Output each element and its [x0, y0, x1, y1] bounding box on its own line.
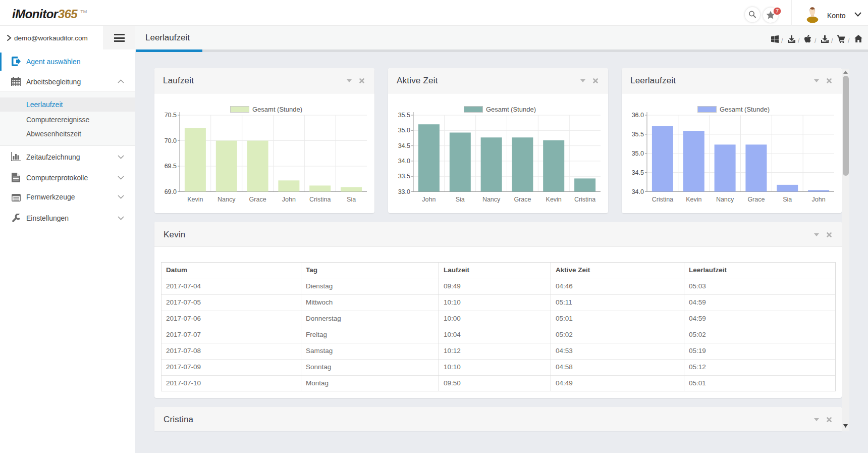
- svg-text:Nancy: Nancy: [482, 196, 501, 203]
- svg-text:Grace: Grace: [514, 196, 531, 203]
- svg-text:John: John: [812, 196, 826, 203]
- svg-text:Cristina: Cristina: [574, 196, 595, 203]
- svg-text:Kevin: Kevin: [187, 196, 203, 203]
- svg-text:Cristina: Cristina: [652, 196, 673, 203]
- svg-text:Nancy: Nancy: [716, 196, 734, 203]
- svg-text:70.5: 70.5: [165, 112, 177, 119]
- svg-text:Gesamt (Stunde): Gesamt (Stunde): [486, 106, 536, 113]
- svg-text:35.5: 35.5: [398, 112, 410, 119]
- svg-text:69.5: 69.5: [165, 163, 177, 170]
- svg-text:33.5: 33.5: [398, 173, 410, 180]
- svg-text:69.0: 69.0: [165, 188, 177, 195]
- svg-text:34.0: 34.0: [632, 188, 644, 195]
- svg-text:35.0: 35.0: [398, 127, 410, 134]
- svg-text:34.5: 34.5: [632, 169, 644, 176]
- svg-text:70.0: 70.0: [165, 137, 177, 144]
- svg-text:33.0: 33.0: [398, 188, 410, 195]
- svg-text:36.0: 36.0: [632, 112, 644, 119]
- svg-text:7: 7: [776, 8, 779, 14]
- svg-text:Sia: Sia: [456, 196, 465, 203]
- svg-text:Gesamt (Stunde): Gesamt (Stunde): [720, 106, 770, 113]
- svg-text:35.5: 35.5: [632, 131, 644, 138]
- svg-text:Kevin: Kevin: [546, 196, 562, 203]
- svg-text:Nancy: Nancy: [218, 196, 236, 203]
- svg-text:Cristina: Cristina: [309, 196, 331, 203]
- svg-text:Gesamt (Stunde): Gesamt (Stunde): [252, 106, 302, 113]
- svg-text:34.0: 34.0: [398, 158, 410, 165]
- svg-text:John: John: [282, 196, 296, 203]
- svg-text:Grace: Grace: [249, 196, 266, 203]
- svg-text:John: John: [422, 196, 436, 203]
- svg-text:Sia: Sia: [783, 196, 792, 203]
- svg-text:Kevin: Kevin: [686, 196, 701, 203]
- svg-text:Grace: Grace: [747, 196, 765, 203]
- svg-text:34.5: 34.5: [398, 142, 410, 149]
- svg-text:Sia: Sia: [347, 196, 356, 203]
- svg-text:35.0: 35.0: [632, 150, 644, 157]
